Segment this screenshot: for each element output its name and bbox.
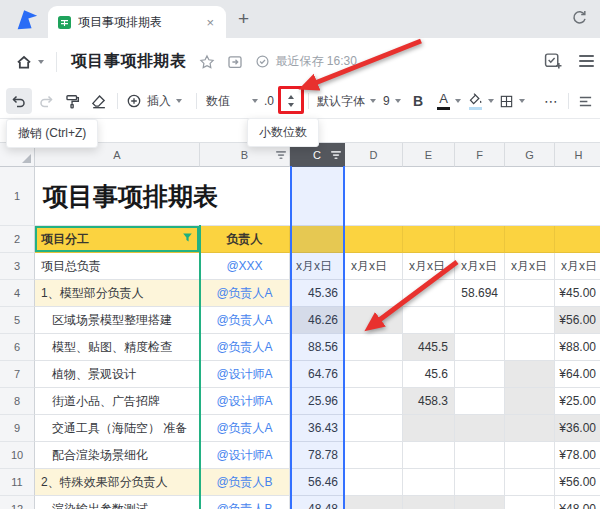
row-header-11[interactable]: 11 [0, 469, 35, 496]
cell-C8[interactable]: 25.96 [290, 388, 345, 415]
cell-H5[interactable]: ¥56.00 [555, 307, 600, 334]
undo-button[interactable] [6, 88, 32, 114]
cell-G2[interactable] [505, 226, 555, 253]
filter-icon[interactable] [331, 151, 341, 160]
cell-A5[interactable]: 区域场景模型整理搭建 [35, 307, 200, 334]
cell-D2[interactable] [345, 226, 403, 253]
cell-A4[interactable]: 1、模型部分负责人 [35, 280, 200, 307]
menu-icon[interactable] [579, 55, 594, 70]
insert-button[interactable]: 插入 [126, 85, 182, 117]
cell-F12[interactable] [455, 496, 505, 509]
column-header-D[interactable]: D [345, 143, 403, 167]
cell-F9[interactable] [455, 415, 505, 442]
cell-D5[interactable] [345, 307, 403, 334]
cell-E10[interactable] [403, 442, 455, 469]
fill-color-button[interactable] [468, 85, 494, 117]
row-header-4[interactable]: 4 [0, 280, 35, 307]
cell-A10[interactable]: 配合渲染场景细化 [35, 442, 200, 469]
cell-H10[interactable]: ¥78.00 [555, 442, 600, 469]
row-header-9[interactable]: 9 [0, 415, 35, 442]
cell-A3[interactable]: 项目总负责 [35, 253, 200, 280]
font-family-dropdown[interactable]: 默认字体 [317, 85, 376, 117]
star-button[interactable] [199, 54, 215, 70]
cell-E12[interactable] [403, 496, 455, 509]
cell-G12[interactable] [505, 496, 555, 509]
align-button[interactable] [578, 85, 593, 117]
cell-B12[interactable]: @负责人B [200, 496, 290, 509]
cell-A2[interactable]: 项目分工 [35, 226, 200, 253]
more-button[interactable]: ⋯ [544, 85, 559, 117]
cell-D11[interactable] [345, 469, 403, 496]
cell-G6[interactable] [505, 334, 555, 361]
cell-G10[interactable] [505, 442, 555, 469]
cell-G11[interactable] [505, 469, 555, 496]
cell-E5[interactable] [403, 307, 455, 334]
eraser-button[interactable] [90, 85, 107, 117]
cell-B8[interactable]: @设计师A [200, 388, 290, 415]
cell-B7[interactable]: @设计师A [200, 361, 290, 388]
row-header-7[interactable]: 7 [0, 361, 35, 388]
cell-H9[interactable]: ¥36.00 [555, 415, 600, 442]
cell-F3[interactable]: x月x日 [455, 253, 505, 280]
column-header-E[interactable]: E [403, 143, 455, 167]
cell-F4[interactable]: 58.694 [455, 280, 505, 307]
close-tab-icon[interactable]: × [204, 15, 216, 30]
row-header-3[interactable]: 3 [0, 253, 35, 280]
cell-B6[interactable]: @负责人A [200, 334, 290, 361]
sync-icon[interactable] [571, 9, 588, 26]
cell-F10[interactable] [455, 442, 505, 469]
cell-E9[interactable] [403, 415, 455, 442]
cell-G5[interactable] [505, 307, 555, 334]
cell-C11[interactable]: 56.46 [290, 469, 345, 496]
cell-C4[interactable]: 45.36 [290, 280, 345, 307]
cell-B9[interactable]: @负责人A [200, 415, 290, 442]
cell-D9[interactable] [345, 415, 403, 442]
cell-B5[interactable]: @负责人A [200, 307, 290, 334]
column-header-H[interactable]: H [555, 143, 600, 167]
cell-C12[interactable]: 48.48 [290, 496, 345, 509]
cell-G3[interactable]: x月x日 [505, 253, 555, 280]
cell-C7[interactable]: 64.76 [290, 361, 345, 388]
cell-F8[interactable] [455, 388, 505, 415]
cell-A12[interactable]: 渲染输出参数测试 [35, 496, 200, 509]
cell-D6[interactable] [345, 334, 403, 361]
cell-G9[interactable] [505, 415, 555, 442]
filter-icon[interactable] [276, 151, 286, 160]
font-size-dropdown[interactable]: 9 [383, 85, 401, 117]
cell-C10[interactable]: 78.78 [290, 442, 345, 469]
cell-E2[interactable] [403, 226, 455, 253]
cell-G7[interactable] [505, 361, 555, 388]
cell-G8[interactable] [505, 388, 555, 415]
cell-A1[interactable]: 项目事项排期表 [35, 167, 600, 226]
cell-E3[interactable]: x月x日 [403, 253, 455, 280]
cell-H6[interactable]: ¥88.00 [555, 334, 600, 361]
cell-D8[interactable] [345, 388, 403, 415]
cell-B11[interactable]: @负责人B [200, 469, 290, 496]
cell-F7[interactable] [455, 361, 505, 388]
move-to-folder-button[interactable] [227, 54, 243, 70]
cell-A8[interactable]: 街道小品、广告招牌 [35, 388, 200, 415]
borders-button[interactable] [499, 85, 525, 117]
cell-D10[interactable] [345, 442, 403, 469]
new-tab-button[interactable]: + [238, 8, 249, 30]
cell-A7[interactable]: 植物、景观设计 [35, 361, 200, 388]
cell-A6[interactable]: 模型、贴图、精度检查 [35, 334, 200, 361]
cell-B4[interactable]: @负责人A [200, 280, 290, 307]
font-color-button[interactable]: A [437, 85, 461, 117]
decimal-places-stepper[interactable] [283, 85, 299, 117]
cell-H4[interactable]: ¥45.00 [555, 280, 600, 307]
row-header-10[interactable]: 10 [0, 442, 35, 469]
cell-E11[interactable] [403, 469, 455, 496]
cell-F6[interactable] [455, 334, 505, 361]
cell-A9[interactable]: 交通工具（海陆空） 准备 [35, 415, 200, 442]
cell-E7[interactable]: 45.6 [403, 361, 455, 388]
row-header-6[interactable]: 6 [0, 334, 35, 361]
document-title[interactable]: 项目事项排期表 [71, 51, 187, 72]
cell-G4[interactable] [505, 280, 555, 307]
cell-C5[interactable]: 46.26 [290, 307, 345, 334]
row-header-8[interactable]: 8 [0, 388, 35, 415]
home-button[interactable] [15, 53, 44, 71]
format-painter-button[interactable] [64, 85, 81, 117]
number-format-dropdown[interactable]: 数值 [206, 85, 258, 117]
cell-E6[interactable]: 445.5 [403, 334, 455, 361]
